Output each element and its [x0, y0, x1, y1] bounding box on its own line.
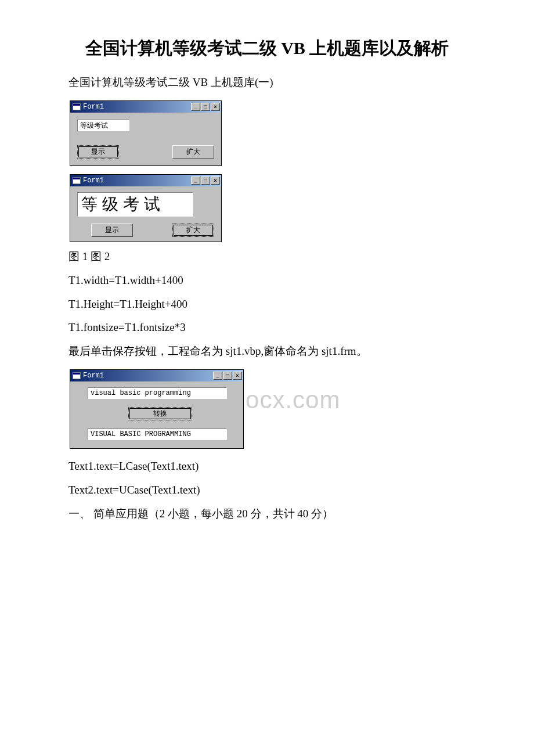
enlarge-button[interactable]: 扩大 [172, 224, 214, 237]
convert-button[interactable]: 转换 [128, 407, 192, 420]
code-line-4: Text1.text=LCase(Text1.text) [46, 457, 488, 476]
vb-window-3: Form1 _ □ × visual basic programming 转换 … [70, 369, 244, 449]
code-line-5: Text2.text=UCase(Text1.text) [46, 481, 488, 499]
close-button[interactable]: × [233, 372, 242, 380]
window-title: Form1 [83, 103, 104, 111]
titlebar[interactable]: Form1 _ □ × [70, 101, 221, 113]
minimize-button[interactable]: _ [191, 103, 200, 111]
maximize-button[interactable]: □ [223, 372, 232, 380]
enlarge-button[interactable]: 扩大 [172, 145, 214, 159]
page-title: 全国计算机等级考试二级 VB 上机题库以及解析 [46, 35, 488, 61]
vb-window-1: Form1 _ □ × 等级考试 显示 扩大 [70, 100, 222, 166]
window-title: Form1 [83, 372, 104, 380]
maximize-button[interactable]: □ [201, 103, 210, 111]
form-icon [73, 372, 81, 379]
textbox-text1[interactable]: visual basic programming [88, 387, 227, 399]
code-line-2: T1.Height=T1.Height+400 [46, 295, 488, 314]
code-line-1: T1.width=T1.width+1400 [46, 271, 488, 290]
show-button[interactable]: 显示 [91, 224, 133, 237]
close-button[interactable]: × [211, 177, 220, 185]
textbox-t1-large[interactable]: 等级考试 [77, 192, 193, 217]
minimize-button[interactable]: _ [191, 177, 200, 185]
textbox-text2[interactable]: VISUAL BASIC PROGRAMMING [88, 429, 227, 440]
note-text: 最后单击保存按钮，工程命名为 sjt1.vbp,窗体命名为 sjt1.frm。 [46, 341, 488, 361]
window-title: Form1 [83, 177, 104, 185]
figure-caption: 图 1 图 2 [46, 247, 488, 267]
show-button[interactable]: 显示 [77, 145, 119, 159]
subtitle-text: 全国计算机等级考试二级 VB 上机题库(一) [46, 73, 488, 92]
minimize-button[interactable]: _ [213, 372, 222, 380]
section-heading: 一、 简单应用题（2 小题，每小题 20 分，共计 40 分） [46, 504, 488, 524]
titlebar[interactable]: Form1 _ □ × [70, 175, 221, 186]
textbox-t1[interactable]: 等级考试 [77, 120, 129, 131]
form-icon [73, 177, 81, 184]
vb-window-2: Form1 _ □ × 等级考试 显示 扩大 [70, 174, 222, 242]
maximize-button[interactable]: □ [201, 177, 210, 185]
form-icon [73, 103, 81, 110]
code-line-3: T1.fontsize=T1.fontsize*3 [46, 318, 488, 337]
close-button[interactable]: × [211, 103, 220, 111]
titlebar[interactable]: Form1 _ □ × [70, 370, 243, 381]
